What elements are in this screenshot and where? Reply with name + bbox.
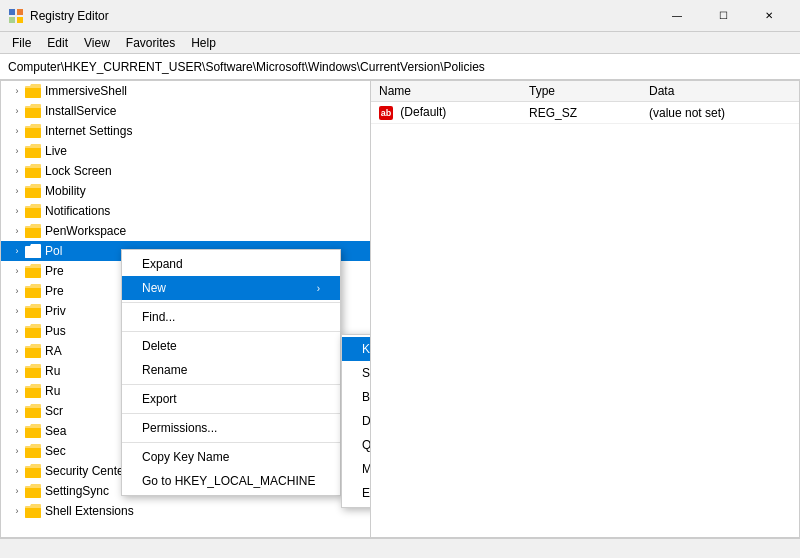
ctx-delete[interactable]: Delete [122, 334, 340, 358]
menu-favorites[interactable]: Favorites [118, 34, 183, 52]
status-bar [0, 538, 800, 558]
folder-icon [25, 444, 41, 458]
ctx-divider-5 [122, 442, 340, 443]
ctx-expand[interactable]: Expand [122, 252, 340, 276]
folder-icon [25, 204, 41, 218]
folder-icon [25, 284, 41, 298]
tree-pane: › ImmersiveShell › InstallService › [1, 81, 371, 537]
tree-arrow: › [9, 383, 25, 399]
minimize-button[interactable]: — [654, 0, 700, 32]
folder-icon [25, 404, 41, 418]
svg-rect-0 [9, 9, 15, 15]
tree-arrow: › [9, 183, 25, 199]
folder-icon [25, 504, 41, 518]
tree-item-label: Lock Screen [45, 164, 112, 178]
folder-icon [25, 324, 41, 338]
tree-arrow: › [9, 243, 25, 259]
tree-item-mobility[interactable]: › Mobility [1, 181, 370, 201]
folder-icon [25, 364, 41, 378]
tree-arrow: › [9, 283, 25, 299]
folder-icon [25, 124, 41, 138]
ctx-permissions[interactable]: Permissions... [122, 416, 340, 440]
tree-item-label: PenWorkspace [45, 224, 126, 238]
folder-icon [25, 104, 41, 118]
tree-item-penworkspace[interactable]: › PenWorkspace [1, 221, 370, 241]
col-header-data[interactable]: Data [641, 81, 799, 102]
ctx-export[interactable]: Export [122, 387, 340, 411]
ctx-new[interactable]: New › [122, 276, 340, 300]
menu-edit[interactable]: Edit [39, 34, 76, 52]
sub-context-menu: Key String Value Binary Value DWORD (32-… [341, 334, 371, 508]
folder-icon [25, 84, 41, 98]
tree-arrow: › [9, 503, 25, 519]
sub-ctx-string-value[interactable]: String Value [342, 361, 371, 385]
tree-arrow: › [9, 143, 25, 159]
tree-arrow: › [9, 363, 25, 379]
sub-ctx-multi-string-value[interactable]: Multi-String Value [342, 457, 371, 481]
folder-icon [25, 424, 41, 438]
address-path: Computer\HKEY_CURRENT_USER\Software\Micr… [8, 60, 485, 74]
tree-arrow: › [9, 483, 25, 499]
maximize-button[interactable]: ☐ [700, 0, 746, 32]
menu-help[interactable]: Help [183, 34, 224, 52]
sub-ctx-expandable-string-value[interactable]: Expandable String Value [342, 481, 371, 505]
tree-arrow: › [9, 83, 25, 99]
tree-item-immersiveshell[interactable]: › ImmersiveShell [1, 81, 370, 101]
tree-item-shell-extensions[interactable]: › Shell Extensions [1, 501, 370, 521]
tree-arrow: › [9, 443, 25, 459]
sub-ctx-binary-value[interactable]: Binary Value [342, 385, 371, 409]
folder-icon [25, 244, 41, 258]
tree-arrow: › [9, 403, 25, 419]
sub-ctx-qword-value[interactable]: QWORD (64-bit) Value [342, 433, 371, 457]
tree-item-installservice[interactable]: › InstallService [1, 101, 370, 121]
ctx-divider-3 [122, 384, 340, 385]
tree-item-internet-settings[interactable]: › Internet Settings [1, 121, 370, 141]
ctx-find[interactable]: Find... [122, 305, 340, 329]
ctx-divider-4 [122, 413, 340, 414]
sub-ctx-dword-value[interactable]: DWORD (32-bit) Value [342, 409, 371, 433]
tree-item-label: Pol [45, 244, 62, 258]
app-icon [8, 8, 24, 24]
tree-item-lock-screen[interactable]: › Lock Screen [1, 161, 370, 181]
table-row[interactable]: ab (Default) REG_SZ (value not set) [371, 102, 799, 124]
tree-item-label: InstallService [45, 104, 116, 118]
tree-item-label: Priv [45, 304, 66, 318]
window-title: Registry Editor [30, 9, 654, 23]
col-header-type[interactable]: Type [521, 81, 641, 102]
ctx-rename[interactable]: Rename [122, 358, 340, 382]
tree-arrow: › [9, 223, 25, 239]
tree-arrow: › [9, 163, 25, 179]
ctx-copy-key-name[interactable]: Copy Key Name [122, 445, 340, 469]
main-content: › ImmersiveShell › InstallService › [0, 80, 800, 538]
close-button[interactable]: ✕ [746, 0, 792, 32]
tree-item-notifications[interactable]: › Notifications [1, 201, 370, 221]
tree-item-label: ImmersiveShell [45, 84, 127, 98]
tree-arrow: › [9, 343, 25, 359]
tree-item-label: Sec [45, 444, 66, 458]
folder-icon [25, 164, 41, 178]
folder-icon [25, 344, 41, 358]
tree-item-label: Live [45, 144, 67, 158]
folder-icon [25, 384, 41, 398]
sub-ctx-key[interactable]: Key [342, 337, 371, 361]
svg-rect-2 [9, 17, 15, 23]
tree-arrow: › [9, 123, 25, 139]
ctx-goto-hklm[interactable]: Go to HKEY_LOCAL_MACHINE [122, 469, 340, 493]
table-cell-name: ab (Default) [371, 102, 521, 124]
folder-icon [25, 144, 41, 158]
default-value-icon: ab [379, 106, 393, 120]
tree-arrow: › [9, 103, 25, 119]
context-menu: Expand New › Find... Delete Rename Expor… [121, 249, 341, 496]
menu-view[interactable]: View [76, 34, 118, 52]
tree-item-label: RA [45, 344, 62, 358]
menu-file[interactable]: File [4, 34, 39, 52]
tree-arrow: › [9, 323, 25, 339]
table-cell-data: (value not set) [641, 102, 799, 124]
tree-item-label: SettingSync [45, 484, 109, 498]
menu-bar: File Edit View Favorites Help [0, 32, 800, 54]
tree-arrow: › [9, 263, 25, 279]
tree-item-label: Ru [45, 364, 60, 378]
title-bar: Registry Editor — ☐ ✕ [0, 0, 800, 32]
col-header-name[interactable]: Name [371, 81, 521, 102]
tree-item-live[interactable]: › Live [1, 141, 370, 161]
